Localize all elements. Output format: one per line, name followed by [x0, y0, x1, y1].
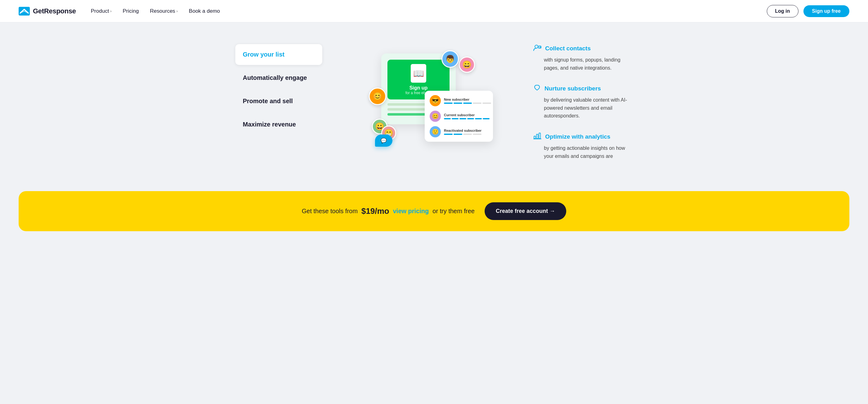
- login-button[interactable]: Log in: [767, 5, 799, 18]
- form-line-2: [388, 108, 431, 111]
- subscriber-card: 😎 New subscriber 😊: [425, 91, 493, 142]
- nurture-icon: [533, 84, 541, 93]
- sub-bar: [452, 118, 459, 119]
- sub-bar-row-3: [444, 134, 488, 135]
- subscriber-row-reactivated: 🙂 Reactivated subscriber: [430, 126, 488, 137]
- sub-bar-gray: [473, 103, 482, 104]
- feature-analytics: Optimize with analytics by getting actio…: [533, 133, 633, 160]
- sub-info-2: Current subscriber: [444, 113, 490, 119]
- sub-avatar-1: 😎: [430, 95, 441, 106]
- feature-analytics-header: Optimize with analytics: [533, 133, 633, 141]
- menu-item-engage[interactable]: Automatically engage: [235, 67, 322, 88]
- main-content: Grow your list Automatically engage Prom…: [217, 22, 651, 172]
- subscriber-row-current: 😊 Current subscriber: [430, 111, 488, 122]
- sub-bar-gray: [463, 134, 472, 135]
- bottom-banner: Get these tools from $19/mo view pricing…: [19, 191, 849, 231]
- sub-bar: [475, 118, 482, 119]
- nav-book-demo[interactable]: Book a demo: [189, 8, 220, 14]
- sub-bar: [460, 118, 466, 119]
- left-panel: Grow your list Automatically engage Prom…: [235, 41, 322, 172]
- sub-bar: [463, 103, 472, 104]
- logo-text: GetResponse: [33, 7, 76, 15]
- avatar-1: 😊: [369, 88, 386, 105]
- svg-point-1: [535, 45, 538, 48]
- nav-resources[interactable]: Resources ›: [150, 8, 178, 14]
- menu-item-promote[interactable]: Promote and sell: [235, 91, 322, 112]
- avatar-3: 👦: [441, 50, 459, 68]
- sub-bar: [444, 118, 451, 119]
- banner-text-after: or try them free: [432, 208, 475, 215]
- feature-collect: Collect contacts with signup forms, popu…: [533, 44, 633, 72]
- signup-card-title: Sign up: [393, 85, 444, 91]
- menu-item-maximize[interactable]: Maximize revenue: [235, 114, 322, 135]
- banner-price: $19/mo: [361, 206, 389, 216]
- sub-bar: [444, 103, 453, 104]
- right-panel: Collect contacts with signup forms, popu…: [533, 41, 633, 172]
- center-panel: ★ ★ ★ ✕ 📖 Sign up for a free ebook: [322, 41, 533, 172]
- nav-links: Product › Pricing Resources › Book a dem…: [91, 8, 767, 14]
- sub-bar-gray: [473, 134, 482, 135]
- avatar-2: 😄: [459, 57, 475, 73]
- chevron-icon: ›: [176, 9, 178, 13]
- svg-rect-3: [534, 136, 535, 139]
- feature-nurture: Nurture subscribers by delivering valuab…: [533, 84, 633, 120]
- svg-rect-5: [539, 133, 540, 139]
- svg-rect-4: [536, 134, 538, 139]
- logo-icon: [19, 7, 30, 16]
- collect-icon: [533, 44, 541, 53]
- chevron-icon: ›: [110, 9, 112, 13]
- sub-avatar-2: 😊: [430, 111, 441, 122]
- banner-text-before: Get these tools from: [302, 208, 358, 215]
- illustration: ★ ★ ★ ✕ 📖 Sign up for a free ebook: [363, 41, 493, 172]
- sub-bar: [467, 118, 474, 119]
- create-account-button[interactable]: Create free account →: [485, 202, 566, 220]
- sub-bar-row-2: [444, 118, 490, 119]
- sub-info-1: New subscriber: [444, 97, 491, 104]
- navbar: GetResponse Product › Pricing Resources …: [0, 0, 868, 22]
- menu-item-grow[interactable]: Grow your list: [235, 44, 322, 65]
- sub-bar: [483, 118, 490, 119]
- nav-product[interactable]: Product ›: [91, 8, 112, 14]
- sub-bar-gray: [483, 103, 491, 104]
- subscriber-row-new: 😎 New subscriber: [430, 95, 488, 106]
- analytics-icon: [533, 133, 541, 141]
- feature-collect-header: Collect contacts: [533, 44, 633, 53]
- signup-button[interactable]: Sign up free: [803, 5, 849, 17]
- chat-bubble: 💬: [375, 135, 393, 147]
- logo-link[interactable]: GetResponse: [19, 7, 76, 16]
- sub-avatar-3: 🙂: [430, 126, 441, 137]
- nav-pricing[interactable]: Pricing: [123, 8, 139, 14]
- sub-bar-row-1: [444, 103, 491, 104]
- view-pricing-link[interactable]: view pricing: [393, 208, 429, 215]
- sub-bar: [444, 134, 453, 135]
- feature-nurture-header: Nurture subscribers: [533, 84, 633, 93]
- sub-bar: [454, 103, 462, 104]
- sub-bar: [454, 134, 462, 135]
- sub-info-3: Reactivated subscriber: [444, 129, 488, 135]
- nav-right: Log in Sign up free: [767, 5, 849, 18]
